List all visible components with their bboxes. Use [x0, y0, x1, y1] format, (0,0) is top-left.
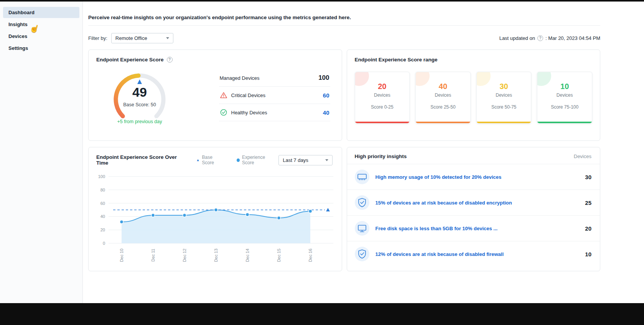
divider	[88, 25, 600, 26]
range-box-50-75[interactable]: 30 Devices Score 50-75	[476, 72, 532, 124]
svg-text:20: 20	[100, 228, 105, 232]
app-window: Dashboard Insights Devices Settings ☝ Pe…	[0, 2, 644, 303]
warning-triangle-icon	[220, 91, 227, 99]
range-score-label: Score 25-50	[416, 104, 470, 110]
gauge-score-value: 49	[103, 85, 176, 100]
range-device-count: 40	[416, 82, 470, 91]
shield-check-icon	[355, 195, 369, 210]
filter-dropdown-value: Remote Office	[115, 35, 147, 41]
range-device-count: 30	[477, 82, 531, 91]
svg-text:80: 80	[100, 188, 105, 192]
filter-dropdown[interactable]: Remote Office	[111, 33, 173, 43]
help-icon[interactable]: ?	[537, 35, 543, 41]
svg-text:Dec 16: Dec 16	[308, 249, 313, 262]
legend-experience-score[interactable]: Experience Score	[237, 155, 275, 165]
range-box-0-25[interactable]: 20 Devices Score 0-25	[355, 72, 410, 124]
range-score-label: Score 75-100	[537, 104, 592, 110]
svg-text:Dec 15: Dec 15	[277, 249, 281, 262]
insight-device-count: 10	[585, 251, 591, 257]
chevron-down-icon	[325, 159, 328, 161]
stat-label: Critical Devices	[231, 92, 266, 98]
sidebar-item-label: Dashboard	[8, 10, 35, 15]
page-description: Perceive real-time insights on your orga…	[88, 15, 600, 20]
sidebar-item-insights[interactable]: Insights	[3, 19, 79, 30]
monitor-icon	[355, 221, 369, 236]
sidebar-item-label: Devices	[8, 33, 27, 39]
range-color-bar	[416, 122, 470, 123]
chart-area: 020406080100Dec 10Dec 11Dec 12Dec 13Dec …	[89, 166, 342, 269]
insight-link[interactable]: 15% of devices are at risk because of di…	[376, 200, 512, 206]
range-devices-label: Devices	[355, 92, 410, 98]
insight-link[interactable]: High memory usage of 10% detected for 20…	[376, 174, 502, 180]
sidebar-item-devices[interactable]: Devices	[3, 31, 79, 42]
svg-text:0: 0	[103, 241, 105, 246]
svg-text:Dec 10: Dec 10	[119, 249, 124, 262]
range-score-label: Score 50-75	[477, 104, 531, 110]
sidebar-item-dashboard[interactable]: Dashboard	[3, 7, 79, 18]
range-color-bar	[477, 122, 531, 123]
last-updated-group: Last updated on ? : Mar 20, 2023 04:54 P…	[499, 35, 600, 41]
screen: Dashboard Insights Devices Settings ☝ Pe…	[0, 0, 644, 325]
insight-device-count: 20	[585, 225, 591, 232]
legend-base-score[interactable]: ▲ Base Score	[196, 155, 224, 165]
card-title: Endpoint Experience Score	[96, 57, 164, 63]
score-over-time-card: Endpoint Experience Score Over Time ▲ Ba…	[88, 147, 342, 271]
card-title: Endpoint Experience Score range	[355, 57, 438, 63]
svg-text:60: 60	[100, 201, 105, 206]
score-range-card: Endpoint Experience Score range 20 Devic…	[347, 49, 601, 141]
dot-marker-icon	[237, 158, 240, 162]
svg-text:Dec 12: Dec 12	[182, 249, 187, 262]
sidebar-item-label: Insights	[8, 21, 28, 27]
stat-label: Managed Devices	[220, 75, 260, 81]
main-content: Perceive real-time insights on your orga…	[83, 2, 644, 303]
insight-row-encryption: 15% of devices are at risk because of di…	[347, 190, 600, 216]
sidebar-item-settings[interactable]: Settings	[3, 43, 79, 54]
period-dropdown[interactable]: Last 7 days	[278, 155, 332, 165]
card-title: Endpoint Experience Score Over Time	[96, 154, 183, 166]
experience-score-gauge: 49 Base Score: 50 +5 from previous day	[103, 66, 176, 130]
svg-text:Dec 13: Dec 13	[214, 249, 218, 262]
range-device-count: 10	[537, 82, 592, 91]
filter-row: Filter by: Remote Office Last updated on…	[88, 33, 600, 43]
insight-device-count: 25	[585, 200, 591, 206]
range-devices-label: Devices	[537, 92, 592, 98]
svg-text:Dec 11: Dec 11	[151, 249, 155, 262]
insights-header: High priority insights Devices	[347, 147, 600, 164]
gauge-delta-text: +5 from previous day	[103, 119, 176, 124]
last-updated-value: : Mar 20, 2023 04:54 PM	[545, 35, 600, 41]
legend-label: Base Score	[202, 155, 224, 165]
range-color-bar	[537, 122, 592, 123]
sidebar-item-label: Settings	[8, 45, 28, 51]
gauge-base-score-label: Base Score: 50	[103, 102, 176, 107]
base-score-marker-icon	[137, 79, 142, 84]
period-dropdown-value: Last 7 days	[283, 157, 308, 163]
sidebar: Dashboard Insights Devices Settings ☝	[0, 2, 83, 303]
legend-label: Experience Score	[242, 155, 275, 165]
card-title: High priority insights	[355, 153, 407, 159]
insight-device-count: 30	[585, 174, 591, 180]
stat-label: Healthy Devices	[231, 110, 267, 115]
svg-text:Dec 14: Dec 14	[245, 249, 250, 262]
device-stats-list: Managed Devices 100	[219, 69, 330, 130]
last-updated-label: Last updated on	[499, 35, 535, 41]
help-icon[interactable]: ?	[167, 57, 173, 63]
range-devices-label: Devices	[416, 92, 470, 98]
score-trend-chart: 020406080100Dec 10Dec 11Dec 12Dec 13Dec …	[93, 171, 339, 268]
range-score-label: Score 0-25	[355, 104, 410, 110]
shield-check-icon	[355, 247, 369, 261]
insight-link[interactable]: Free disk space is less than 5GB for 10%…	[376, 226, 498, 231]
range-box-75-100[interactable]: 10 Devices Score 75-100	[537, 72, 592, 124]
insight-row-disk-space: Free disk space is less than 5GB for 10%…	[347, 216, 600, 241]
insight-link[interactable]: 12% of devices are at risk because of di…	[376, 251, 504, 257]
memory-icon	[355, 170, 369, 184]
devices-column-header: Devices	[574, 153, 591, 159]
managed-devices-row: Managed Devices 100	[219, 69, 330, 87]
high-priority-insights-card: High priority insights Devices High memo…	[347, 147, 601, 271]
range-box-25-50[interactable]: 40 Devices Score 25-50	[415, 72, 471, 124]
score-range-list: 20 Devices Score 0-25 40 Devices Score 2…	[347, 63, 600, 124]
healthy-devices-row: Healthy Devices 40	[219, 104, 330, 121]
check-circle-icon	[220, 109, 227, 116]
svg-text:100: 100	[98, 174, 105, 179]
insight-row-firewall: 12% of devices are at risk because of di…	[347, 241, 600, 267]
range-devices-label: Devices	[477, 92, 531, 98]
